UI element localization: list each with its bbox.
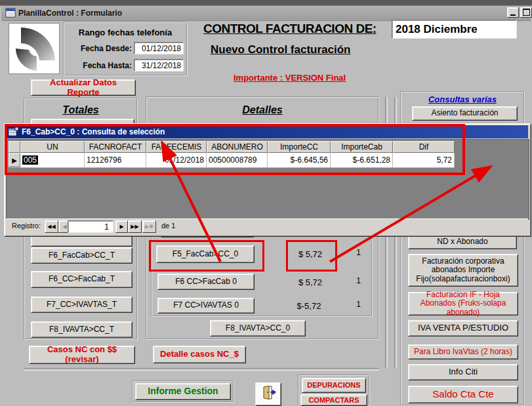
table-row: ▶ 005 12126796 01/12/2018 00500008789 $-… — [9, 153, 455, 168]
depuracions-button[interactable]: DEPURACIONS — [302, 378, 366, 393]
maximize-button[interactable] — [520, 7, 532, 18]
form-title-bar[interactable]: PlanillaControl : Formulario — [1, 6, 531, 21]
f6-cc-faccab-0-button[interactable]: F6 CC>FacCab 0 — [157, 274, 255, 290]
minimize-icon — [510, 14, 516, 16]
column-header-dif[interactable]: Dif — [393, 141, 455, 153]
rango-fechas-panel: Rango fechas telefonía Fecha Desde: Fech… — [63, 22, 188, 76]
f6-diff-value: $ 5,72 — [289, 275, 332, 289]
period-field[interactable]: 2018 Diciembre — [392, 20, 517, 39]
detalles-title: Detalles — [146, 103, 379, 117]
fecha-desde-label: Fecha Desde: — [70, 44, 132, 54]
desktop-edge-strip — [0, 0, 532, 6]
query-window-icon — [9, 127, 18, 136]
page-subtitle: Nuevo Control facturación — [211, 43, 388, 56]
column-header-importecab[interactable]: ImporteCab — [331, 141, 393, 153]
datasheet-header-row: UN FACNROFACT FACFECEMIS ABONUMERO Impor… — [9, 141, 455, 153]
query-title: F6_Cab>CC_0 : Consulta de selección — [22, 127, 165, 136]
f7-diff-value: $-5,72 — [287, 298, 331, 313]
maximize-icon — [523, 9, 530, 16]
new-record-button[interactable]: ▶✱ — [142, 220, 156, 233]
column-header-un[interactable]: UN — [20, 141, 85, 153]
compactars-button[interactable]: COMPACTARS — [300, 394, 367, 406]
minimize-button[interactable] — [507, 7, 519, 18]
casos-nc-button[interactable]: Casos NC con $$ (revisar) — [29, 346, 135, 364]
cell-un[interactable]: 005 — [20, 153, 85, 167]
f7-cc-ivavtas-0-button[interactable]: F7 CC>IVAVTAS 0 — [157, 298, 255, 314]
cell-facnrofact[interactable]: 12126796 — [85, 153, 146, 167]
cell-facfecemis[interactable]: 01/12/2018 — [146, 153, 207, 167]
f5-count: 1 — [352, 248, 361, 257]
nd-x-abonado-button[interactable]: ND x Abonado — [408, 235, 517, 249]
f8-ivavta-cc-0-button[interactable]: F8_IVAVTA>CC_0 — [210, 320, 306, 336]
row-selector[interactable]: ▶ — [9, 153, 20, 167]
page-title: CONTROL FACTURACION DE: — [203, 22, 394, 36]
form-window-icon — [5, 8, 16, 18]
f7-count: 1 — [352, 300, 361, 309]
info-citi-button[interactable]: Info Citi — [408, 364, 518, 380]
f5-faccab-cc-0-button[interactable]: F5_FacCab>CC_0 — [156, 245, 255, 263]
current-record-icon: ▶ — [12, 157, 17, 164]
separator-line — [24, 368, 379, 371]
detalle-casos-nc-button[interactable]: Detalle casos NC_$ — [153, 346, 246, 363]
f6-cc-faccab-t-button[interactable]: F6_CC>FacCab_T — [31, 271, 133, 288]
f5-diff-value: $ 5,72 — [289, 247, 332, 261]
fecha-desde-input[interactable] — [134, 42, 184, 54]
first-record-button[interactable]: ◀◀ — [45, 220, 58, 233]
selected-text: 005 — [22, 155, 38, 165]
next-record-button[interactable]: ▶ — [115, 220, 128, 233]
last-record-button[interactable]: ▶▶ — [128, 220, 142, 233]
rango-fechas-title: Rango fechas telefonía — [64, 27, 186, 37]
facturacion-corporativa-button[interactable]: Facturación corporativa abonados Importe… — [408, 254, 518, 287]
informe-gestion-button[interactable]: Informe Gestion — [135, 383, 231, 400]
importante-note: Importante : VERSION Final — [234, 73, 398, 83]
form-title: PlanillaControl : Formulario — [18, 9, 122, 18]
iva-venta-button[interactable]: IVA VENTA P/ESTUDIO — [408, 320, 518, 336]
column-header-facnrofact[interactable]: FACNROFACT — [85, 141, 146, 153]
registro-label: Registro: — [12, 222, 41, 230]
consultas-title: Consultas varias — [400, 93, 525, 105]
saldo-cta-cte-button[interactable]: Saldo Cta Cte — [408, 386, 518, 403]
cell-dif[interactable]: 5,72 — [393, 153, 455, 167]
facturacion-if-button[interactable]: Facturacion IF - Hoja Abonados (Fruks-so… — [408, 292, 518, 315]
exit-door-icon — [260, 385, 276, 403]
current-record-input[interactable] — [68, 220, 113, 233]
exit-form-button[interactable] — [255, 382, 281, 406]
cell-importecc[interactable]: $-6.645,56 — [268, 153, 331, 167]
f8-ivavta-cc-t-button[interactable]: F8_IVAVTA>CC_T — [31, 321, 133, 338]
column-header-abonumero[interactable]: ABONUMERO — [207, 141, 268, 153]
query-title-bar[interactable]: F6_Cab>CC_0 : Consulta de selección — [6, 125, 528, 138]
record-count-label: de 1 — [161, 222, 175, 230]
fecha-hasta-label: Fecha Hasta: — [70, 61, 132, 71]
fecha-hasta-input[interactable] — [134, 59, 184, 71]
f6-faccab-cc-t-button[interactable]: F6_FacCab>CC_T — [31, 247, 133, 264]
column-header-importecc[interactable]: ImporteCC — [268, 141, 331, 153]
cell-importecab[interactable]: $-6.651,28 — [331, 153, 393, 167]
query-datasheet: UN FACNROFACT FACFECEMIS ABONUMERO Impor… — [9, 141, 455, 168]
access-window: PlanillaControl : Formulario Rango fecha… — [0, 0, 532, 406]
para-libro-ivavtas-button[interactable]: Para Libro IvaVtas (2 horas) — [408, 344, 518, 359]
column-header-facfecemis[interactable]: FACFECEMIS — [146, 141, 207, 153]
actualizar-datos-button[interactable]: Actualizar Datos Reporte — [31, 79, 136, 96]
cell-abonumero[interactable]: 00500008789 — [207, 153, 268, 167]
row-selector-header[interactable] — [9, 141, 20, 153]
totales-title: Totales — [24, 103, 138, 117]
asiento-facturacion-button[interactable]: Asiento facturación — [412, 106, 518, 121]
logo — [9, 23, 60, 74]
f6-count: 1 — [352, 276, 361, 285]
f7-cc-ivavtas-t-button[interactable]: F7_CC>IVAVTAS_T — [31, 296, 133, 313]
